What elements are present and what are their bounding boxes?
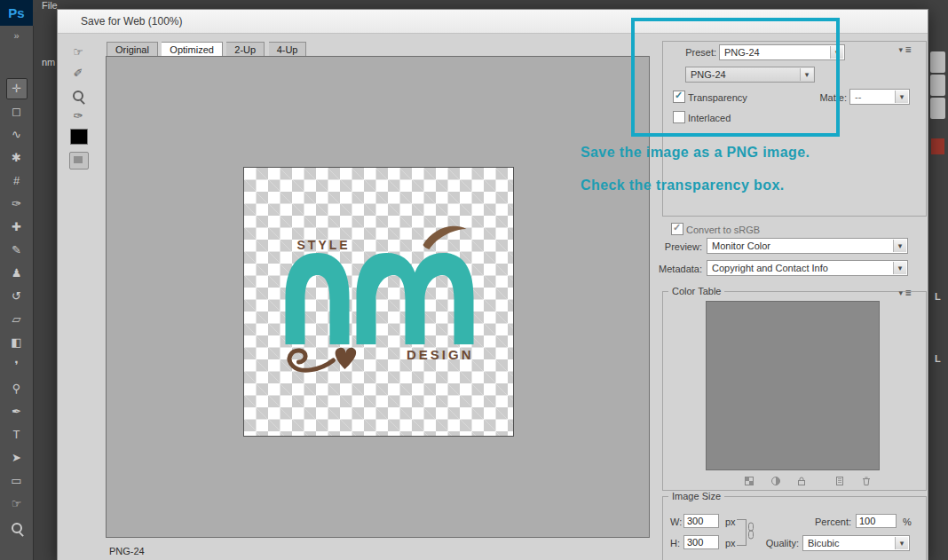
move-tool[interactable]: ✛ — [6, 78, 28, 99]
hand-tool[interactable]: ☞ — [67, 43, 90, 61]
logo-design-text: DESIGN — [407, 347, 474, 362]
optimized-preview-area[interactable]: STYLE DESIGN — [106, 56, 650, 538]
panel-menu-icon[interactable] — [898, 45, 912, 54]
letter-m — [357, 253, 474, 344]
height-label: H: — [670, 538, 680, 548]
percent-input[interactable] — [856, 514, 897, 528]
eyedropper-tool[interactable]: ✑ — [67, 107, 90, 125]
letter-n — [286, 253, 350, 344]
swirl-ornament — [289, 351, 333, 370]
dialog-title: Save for Web (100%) — [81, 15, 183, 28]
matte-dropdown[interactable]: -- — [849, 89, 910, 105]
lasso-tool[interactable]: ∿ — [0, 123, 33, 146]
blur-tool[interactable]: ❜ — [0, 354, 33, 377]
height-input[interactable] — [683, 535, 719, 549]
tool-bar: » ✛ ◻ ∿ ✱ # ✑ ✚ ✎ ♟ ↺ ▱ ◧ ❜ ⚲ ✒ T ➤ ▭ ☞ — [0, 26, 34, 560]
height-unit: px — [725, 538, 736, 548]
color-table-title: Color Table — [668, 286, 724, 296]
width-label: W: — [670, 517, 682, 527]
panel-dock-item[interactable] — [930, 98, 945, 119]
eyedropper-tool[interactable]: ✑ — [0, 193, 33, 216]
zoom-icon — [73, 91, 83, 101]
delete-icon[interactable] — [860, 475, 873, 487]
heart-ornament — [336, 348, 356, 369]
eyedropper-color-swatch[interactable] — [70, 129, 88, 145]
rectangular-marquee-tool[interactable]: ◻ — [0, 100, 33, 123]
panel-menu-icon[interactable] — [898, 288, 912, 297]
web-shift-icon[interactable] — [770, 475, 782, 487]
photoshop-logo: Ps — [0, 0, 33, 26]
quick-selection-tool[interactable]: ✱ — [0, 146, 33, 170]
panel-dock-item[interactable] — [930, 51, 945, 73]
panel-dock-label[interactable]: L — [935, 353, 941, 364]
metadata-label: Metadata: — [626, 264, 702, 274]
nm-design-logo: STYLE DESIGN — [244, 168, 511, 434]
image-size-group: Image Size W: px Percent: % H: px Qualit… — [662, 496, 927, 560]
toolbar-collapse-icon[interactable]: » — [0, 26, 33, 45]
clone-stamp-tool[interactable]: ♟ — [0, 262, 33, 285]
panel-dock: L L — [928, 0, 948, 560]
map-transparent-icon[interactable] — [743, 475, 755, 487]
width-unit: px — [725, 517, 736, 527]
quality-dropdown[interactable]: Bicubic — [802, 535, 910, 551]
zoom-tool[interactable] — [67, 86, 90, 104]
convert-srgb-checkbox[interactable] — [671, 223, 683, 235]
type-tool[interactable]: T — [0, 423, 33, 446]
menu-file[interactable]: File — [42, 0, 58, 11]
preview-label: Preview: — [626, 241, 702, 252]
annotation-line-2: Check the transparency box. — [581, 177, 785, 193]
brand-mark-nm — [286, 253, 474, 344]
preview-dropdown[interactable]: Monitor Color — [707, 238, 908, 254]
image-size-title: Image Size — [668, 491, 724, 501]
swash-ornament — [423, 226, 467, 249]
gradient-tool[interactable]: ◧ — [0, 331, 33, 354]
healing-brush-tool[interactable]: ✚ — [0, 216, 33, 239]
panel-dock-swatch[interactable] — [931, 138, 944, 154]
zoom-icon — [12, 523, 22, 533]
zoom-tool[interactable] — [0, 516, 33, 539]
logo-style-text: STYLE — [297, 238, 351, 252]
image-canvas: STYLE DESIGN — [243, 167, 514, 437]
panel-dock-item[interactable] — [930, 75, 945, 96]
crop-tool[interactable]: # — [0, 170, 33, 193]
toggle-slices-visibility-button[interactable] — [69, 152, 89, 170]
width-input[interactable] — [683, 514, 719, 528]
percent-unit: % — [903, 517, 912, 527]
optimized-format-status: PNG-24 — [109, 546, 145, 556]
brush-tool[interactable]: ✎ — [0, 239, 33, 262]
history-brush-tool[interactable]: ↺ — [0, 285, 33, 308]
convert-srgb-label: Convert to sRGB — [686, 225, 760, 235]
chain-link-icon — [746, 522, 756, 540]
photoshop-window: Ps File nm » ✛ ◻ ∿ ✱ # ✑ ✚ ✎ ♟ ↺ ▱ ◧ ❜ ⚲… — [0, 0, 948, 560]
annotation-highlight-rectangle — [631, 18, 840, 137]
metadata-dropdown[interactable]: Copyright and Contact Info — [707, 260, 908, 276]
pen-tool[interactable]: ✒ — [0, 400, 33, 423]
lock-icon[interactable] — [795, 475, 808, 487]
path-selection-tool[interactable]: ➤ — [0, 446, 33, 469]
shape-tool[interactable]: ▭ — [0, 469, 33, 493]
new-color-icon[interactable] — [833, 475, 846, 487]
dodge-tool[interactable]: ⚲ — [0, 377, 33, 400]
color-table-swatch-area — [706, 301, 880, 470]
hand-tool[interactable]: ☞ — [0, 493, 33, 516]
quality-label: Quality: — [762, 538, 799, 548]
document-tab-fragment[interactable]: nm — [42, 57, 55, 67]
percent-label: Percent: — [796, 517, 851, 527]
slice-select-tool[interactable]: ✐ — [67, 65, 90, 83]
eraser-tool[interactable]: ▱ — [0, 308, 33, 331]
color-table-group: Color Table — [662, 291, 927, 491]
panel-dock-label[interactable]: L — [935, 291, 941, 302]
annotation-line-1: Save the image as a PNG image. — [581, 145, 810, 161]
